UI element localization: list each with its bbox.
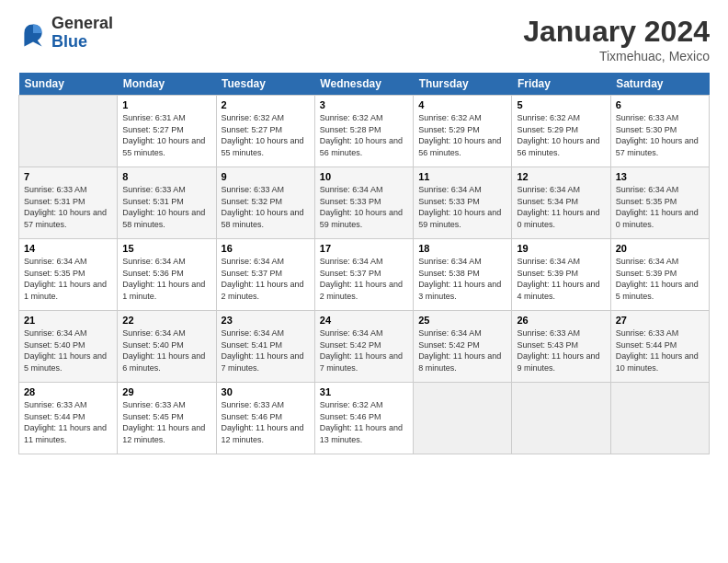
day-number: 3	[320, 99, 408, 110]
day-number: 20	[616, 243, 704, 254]
col-header-friday: Friday	[512, 73, 610, 96]
col-header-sunday: Sunday	[19, 73, 118, 96]
day-detail: Sunrise: 6:34 AMSunset: 5:42 PMDaylight:…	[320, 327, 408, 373]
day-number: 14	[24, 243, 112, 254]
day-detail: Sunrise: 6:34 AMSunset: 5:39 PMDaylight:…	[616, 256, 704, 302]
day-number: 4	[418, 99, 506, 110]
day-number: 24	[320, 315, 408, 326]
header: General Blue January 2024 Tixmehuac, Mex…	[18, 15, 710, 63]
day-number: 12	[517, 171, 605, 182]
calendar-cell: 24Sunrise: 6:34 AMSunset: 5:42 PMDayligh…	[314, 311, 413, 383]
day-detail: Sunrise: 6:34 AMSunset: 5:35 PMDaylight:…	[616, 184, 704, 230]
calendar-cell: 14Sunrise: 6:34 AMSunset: 5:35 PMDayligh…	[19, 239, 118, 311]
page: General Blue January 2024 Tixmehuac, Mex…	[0, 0, 728, 464]
day-number: 22	[122, 315, 210, 326]
day-detail: Sunrise: 6:34 AMSunset: 5:37 PMDaylight:…	[320, 256, 408, 302]
day-number: 25	[418, 315, 506, 326]
calendar-cell: 2Sunrise: 6:32 AMSunset: 5:27 PMDaylight…	[216, 96, 314, 167]
day-detail: Sunrise: 6:34 AMSunset: 5:40 PMDaylight:…	[24, 327, 112, 373]
day-detail: Sunrise: 6:33 AMSunset: 5:44 PMDaylight:…	[24, 399, 112, 445]
calendar-cell: 30Sunrise: 6:33 AMSunset: 5:46 PMDayligh…	[216, 383, 314, 454]
col-header-thursday: Thursday	[414, 73, 512, 96]
day-number: 23	[222, 315, 310, 326]
calendar-cell: 22Sunrise: 6:34 AMSunset: 5:40 PMDayligh…	[118, 311, 216, 383]
calendar-cell: 7Sunrise: 6:33 AMSunset: 5:31 PMDaylight…	[19, 167, 118, 239]
calendar-cell: 5Sunrise: 6:32 AMSunset: 5:29 PMDaylight…	[512, 96, 610, 167]
calendar-cell: 4Sunrise: 6:32 AMSunset: 5:29 PMDaylight…	[414, 96, 512, 167]
title-block: January 2024 Tixmehuac, Mexico	[523, 15, 710, 63]
calendar-cell: 19Sunrise: 6:34 AMSunset: 5:39 PMDayligh…	[512, 239, 610, 311]
col-header-wednesday: Wednesday	[314, 73, 413, 96]
day-number: 2	[222, 99, 310, 110]
title-month: January 2024	[523, 15, 710, 49]
day-detail: Sunrise: 6:33 AMSunset: 5:46 PMDaylight:…	[222, 399, 310, 445]
calendar-cell: 20Sunrise: 6:34 AMSunset: 5:39 PMDayligh…	[610, 239, 709, 311]
calendar-cell: 26Sunrise: 6:33 AMSunset: 5:43 PMDayligh…	[512, 311, 610, 383]
day-number: 9	[222, 171, 310, 182]
calendar-cell: 1Sunrise: 6:31 AMSunset: 5:27 PMDaylight…	[118, 96, 216, 167]
calendar-cell: 27Sunrise: 6:33 AMSunset: 5:44 PMDayligh…	[610, 311, 709, 383]
day-detail: Sunrise: 6:33 AMSunset: 5:31 PMDaylight:…	[24, 184, 112, 230]
day-number: 21	[24, 315, 112, 326]
day-number: 6	[616, 99, 704, 110]
day-number: 1	[122, 99, 210, 110]
day-number: 10	[320, 171, 408, 182]
calendar-cell: 11Sunrise: 6:34 AMSunset: 5:33 PMDayligh…	[414, 167, 512, 239]
day-detail: Sunrise: 6:31 AMSunset: 5:27 PMDaylight:…	[122, 112, 210, 158]
calendar-cell	[610, 383, 709, 454]
day-number: 29	[122, 386, 210, 397]
calendar-cell: 8Sunrise: 6:33 AMSunset: 5:31 PMDaylight…	[118, 167, 216, 239]
day-number: 16	[222, 243, 310, 254]
col-header-monday: Monday	[118, 73, 216, 96]
calendar-cell: 17Sunrise: 6:34 AMSunset: 5:37 PMDayligh…	[314, 239, 413, 311]
day-number: 27	[616, 315, 704, 326]
day-detail: Sunrise: 6:34 AMSunset: 5:41 PMDaylight:…	[222, 327, 310, 373]
day-detail: Sunrise: 6:33 AMSunset: 5:43 PMDaylight:…	[517, 327, 605, 373]
day-detail: Sunrise: 6:33 AMSunset: 5:45 PMDaylight:…	[122, 399, 210, 445]
day-number: 31	[320, 386, 408, 397]
calendar-cell: 13Sunrise: 6:34 AMSunset: 5:35 PMDayligh…	[610, 167, 709, 239]
logo: General Blue	[18, 15, 113, 52]
day-number: 17	[320, 243, 408, 254]
calendar-cell: 25Sunrise: 6:34 AMSunset: 5:42 PMDayligh…	[414, 311, 512, 383]
logo-text: General Blue	[51, 15, 113, 52]
day-detail: Sunrise: 6:34 AMSunset: 5:38 PMDaylight:…	[418, 256, 506, 302]
day-detail: Sunrise: 6:34 AMSunset: 5:36 PMDaylight:…	[122, 256, 210, 302]
day-number: 11	[418, 171, 506, 182]
calendar-cell	[512, 383, 610, 454]
day-detail: Sunrise: 6:32 AMSunset: 5:29 PMDaylight:…	[418, 112, 506, 158]
col-header-saturday: Saturday	[610, 73, 709, 96]
day-detail: Sunrise: 6:34 AMSunset: 5:39 PMDaylight:…	[517, 256, 605, 302]
day-detail: Sunrise: 6:32 AMSunset: 5:28 PMDaylight:…	[320, 112, 408, 158]
calendar-cell: 29Sunrise: 6:33 AMSunset: 5:45 PMDayligh…	[118, 383, 216, 454]
calendar-cell	[19, 96, 118, 167]
calendar-cell: 6Sunrise: 6:33 AMSunset: 5:30 PMDaylight…	[610, 96, 709, 167]
day-number: 19	[517, 243, 605, 254]
calendar-cell: 9Sunrise: 6:33 AMSunset: 5:32 PMDaylight…	[216, 167, 314, 239]
day-detail: Sunrise: 6:34 AMSunset: 5:42 PMDaylight:…	[418, 327, 506, 373]
calendar-cell: 12Sunrise: 6:34 AMSunset: 5:34 PMDayligh…	[512, 167, 610, 239]
logo-icon	[18, 18, 48, 48]
day-detail: Sunrise: 6:33 AMSunset: 5:31 PMDaylight:…	[122, 184, 210, 230]
day-detail: Sunrise: 6:34 AMSunset: 5:37 PMDaylight:…	[222, 256, 310, 302]
calendar-cell: 10Sunrise: 6:34 AMSunset: 5:33 PMDayligh…	[314, 167, 413, 239]
day-number: 13	[616, 171, 704, 182]
calendar-cell: 3Sunrise: 6:32 AMSunset: 5:28 PMDaylight…	[314, 96, 413, 167]
day-number: 30	[222, 386, 310, 397]
calendar-cell: 16Sunrise: 6:34 AMSunset: 5:37 PMDayligh…	[216, 239, 314, 311]
title-location: Tixmehuac, Mexico	[523, 49, 710, 63]
col-header-tuesday: Tuesday	[216, 73, 314, 96]
calendar-cell: 28Sunrise: 6:33 AMSunset: 5:44 PMDayligh…	[19, 383, 118, 454]
calendar-cell: 18Sunrise: 6:34 AMSunset: 5:38 PMDayligh…	[414, 239, 512, 311]
day-number: 26	[517, 315, 605, 326]
day-detail: Sunrise: 6:34 AMSunset: 5:33 PMDaylight:…	[320, 184, 408, 230]
day-detail: Sunrise: 6:32 AMSunset: 5:27 PMDaylight:…	[222, 112, 310, 158]
calendar-cell: 21Sunrise: 6:34 AMSunset: 5:40 PMDayligh…	[19, 311, 118, 383]
day-detail: Sunrise: 6:34 AMSunset: 5:40 PMDaylight:…	[122, 327, 210, 373]
day-detail: Sunrise: 6:32 AMSunset: 5:46 PMDaylight:…	[320, 399, 408, 445]
day-number: 15	[122, 243, 210, 254]
calendar-cell	[414, 383, 512, 454]
day-number: 8	[122, 171, 210, 182]
calendar-cell: 31Sunrise: 6:32 AMSunset: 5:46 PMDayligh…	[314, 383, 413, 454]
day-detail: Sunrise: 6:34 AMSunset: 5:35 PMDaylight:…	[24, 256, 112, 302]
